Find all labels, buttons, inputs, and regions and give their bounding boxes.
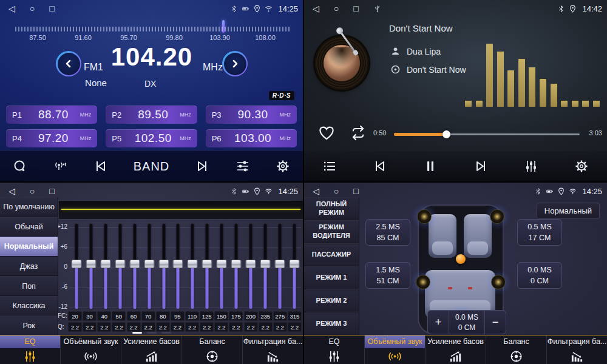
- surround-mode-item[interactable]: РЕЖИМ 1: [304, 266, 359, 289]
- q-value-chip[interactable]: 2.2: [68, 322, 82, 332]
- tab-balance[interactable]: Баланс: [486, 335, 546, 364]
- slider-handle[interactable]: [202, 260, 212, 268]
- q-value-chip[interactable]: 2.2: [185, 322, 199, 332]
- tab-eq[interactable]: EQ: [0, 335, 60, 364]
- eq-slider[interactable]: [173, 223, 183, 310]
- slider-handle[interactable]: [129, 260, 140, 268]
- progress-bar[interactable]: [394, 133, 580, 135]
- nav-back-button[interactable]: ◁: [8, 4, 15, 13]
- slider-handle[interactable]: [115, 260, 125, 268]
- fc-value-chip[interactable]: 150: [214, 311, 228, 321]
- surround-mode-item[interactable]: РЕЖИМ 3: [304, 312, 359, 335]
- tab-bass-boost[interactable]: Усиление басов: [121, 335, 181, 364]
- listening-position-indicator[interactable]: [456, 254, 466, 264]
- nav-home-button[interactable]: ○: [30, 186, 35, 196]
- radio-preset-button[interactable]: P188.70MHz: [6, 106, 97, 124]
- fc-value-chip[interactable]: 60: [127, 311, 141, 321]
- nav-recents-button[interactable]: □: [49, 186, 54, 196]
- q-value-chip[interactable]: 2.2: [141, 322, 155, 332]
- playlist-button[interactable]: [322, 159, 337, 174]
- delay-rear-left-button[interactable]: 1.5 MS 51 CM: [365, 262, 410, 289]
- q-value-chip[interactable]: 2.2: [288, 322, 302, 332]
- tune-down-button[interactable]: [56, 51, 81, 76]
- eq-slider[interactable]: [159, 223, 169, 310]
- q-value-chip[interactable]: 2.2: [83, 322, 97, 332]
- tab-eq[interactable]: EQ: [304, 335, 364, 364]
- tab-surround-sound[interactable]: Объёмный звук: [60, 335, 121, 364]
- equalizer-button[interactable]: [524, 159, 538, 174]
- radio-preset-button[interactable]: P390.30MHz: [206, 106, 297, 124]
- fc-value-chip[interactable]: 175: [229, 311, 243, 321]
- favorite-button[interactable]: [317, 124, 336, 142]
- eq-preset-item[interactable]: Поп: [0, 276, 58, 296]
- fc-value-chip[interactable]: 235: [259, 311, 273, 321]
- eq-slider[interactable]: [86, 223, 96, 310]
- eq-slider[interactable]: [275, 223, 285, 310]
- frequency-scale[interactable]: [0, 18, 303, 33]
- slider-handle[interactable]: [231, 260, 242, 268]
- q-value-chip[interactable]: 2.2: [97, 322, 111, 332]
- fc-value-chip[interactable]: 80: [156, 311, 170, 321]
- slider-handle[interactable]: [100, 260, 110, 268]
- eq-preset-item[interactable]: Обычай: [0, 217, 58, 237]
- eq-slider[interactable]: [202, 223, 212, 310]
- q-value-chip[interactable]: 2.2: [244, 322, 258, 332]
- nav-back-button[interactable]: ◁: [313, 186, 319, 196]
- slider-handle[interactable]: [217, 260, 227, 268]
- q-value-chip[interactable]: 2.2: [214, 322, 228, 332]
- eq-slider[interactable]: [217, 223, 226, 310]
- fc-value-chip[interactable]: 315: [288, 311, 302, 321]
- fc-value-chip[interactable]: 50: [112, 311, 126, 321]
- eq-slider[interactable]: [72, 223, 81, 310]
- pause-button[interactable]: [423, 159, 438, 174]
- q-value-chip[interactable]: 2.2: [229, 322, 243, 332]
- eq-slider[interactable]: [115, 223, 125, 310]
- surround-mode-item[interactable]: ПАССАЖИР: [304, 243, 359, 266]
- slider-handle[interactable]: [246, 260, 256, 268]
- next-track-button[interactable]: [473, 159, 488, 174]
- tab-surround-sound[interactable]: Объёмный звук: [364, 335, 425, 364]
- equalizer-button[interactable]: [236, 159, 250, 174]
- radio-preset-button[interactable]: P5102.50MHz: [106, 129, 197, 147]
- tab-filter[interactable]: Фильтрация ба...: [242, 335, 303, 364]
- repeat-button[interactable]: [349, 124, 367, 141]
- nav-recents-button[interactable]: □: [353, 186, 358, 196]
- surround-mode-item[interactable]: РЕЖИМ 2: [304, 289, 359, 312]
- prev-track-button[interactable]: [373, 159, 387, 174]
- fc-value-chip[interactable]: 110: [185, 311, 199, 321]
- next-station-button[interactable]: [195, 159, 209, 174]
- q-value-chip[interactable]: 2.2: [156, 322, 170, 332]
- nav-back-button[interactable]: ◁: [8, 186, 15, 196]
- eq-slider[interactable]: [260, 223, 270, 310]
- fc-value-chip[interactable]: 125: [200, 311, 214, 321]
- nav-recents-button[interactable]: □: [353, 4, 358, 13]
- surround-mode-item[interactable]: ПОЛНЫЙ РЕЖИМ: [304, 197, 359, 220]
- band-button[interactable]: BAND: [134, 160, 170, 174]
- radio-preset-button[interactable]: P289.50MHz: [106, 106, 197, 124]
- nav-recents-button[interactable]: □: [49, 4, 54, 13]
- eq-preset-item[interactable]: По умолчанию: [0, 197, 58, 217]
- radio-preset-button[interactable]: P6103.00MHz: [206, 129, 297, 147]
- eq-slider[interactable]: [290, 223, 299, 310]
- eq-preset-item[interactable]: Рок: [0, 315, 58, 335]
- fc-value-chip[interactable]: 275: [273, 311, 287, 321]
- progress-thumb[interactable]: [443, 130, 450, 138]
- slider-handle[interactable]: [188, 260, 198, 268]
- fc-value-chip[interactable]: 40: [97, 311, 111, 321]
- nav-home-button[interactable]: ○: [334, 4, 339, 13]
- eq-preset-item[interactable]: Классика: [0, 296, 58, 316]
- q-value-chip[interactable]: 2.2: [112, 322, 126, 332]
- radio-preset-button[interactable]: P497.20MHz: [6, 129, 97, 147]
- slider-handle[interactable]: [274, 260, 285, 268]
- fc-value-chip[interactable]: 70: [141, 311, 155, 321]
- eq-slider[interactable]: [246, 223, 256, 310]
- delay-front-right-button[interactable]: 0.5 MS 17 CM: [517, 219, 562, 246]
- delay-front-left-button[interactable]: 2.5 MS 85 CM: [365, 219, 410, 246]
- fc-value-chip[interactable]: 200: [244, 311, 258, 321]
- slider-handle[interactable]: [86, 260, 96, 268]
- nav-home-button[interactable]: ○: [30, 4, 35, 13]
- slider-handle[interactable]: [144, 260, 154, 268]
- tab-filter[interactable]: Фильтрация ба...: [546, 335, 607, 364]
- slider-handle[interactable]: [158, 260, 169, 268]
- eq-slider[interactable]: [101, 223, 110, 310]
